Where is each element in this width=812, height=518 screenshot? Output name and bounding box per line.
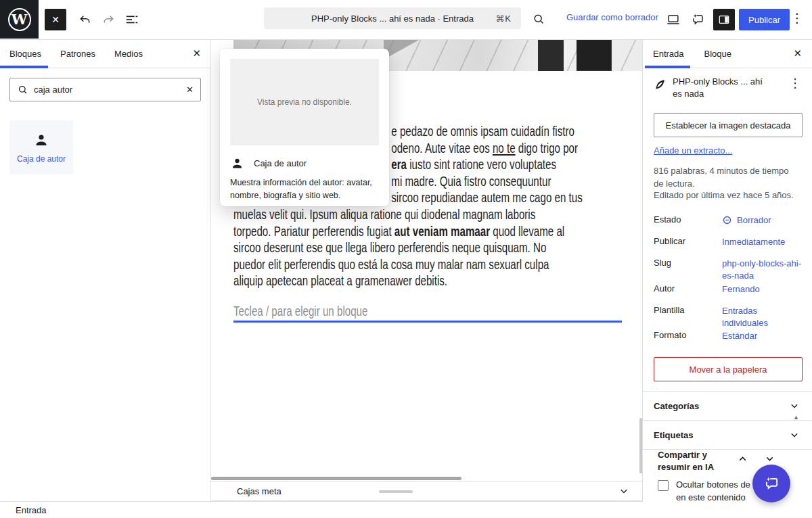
block-insertion-indicator (233, 321, 622, 323)
block-inserter-toggle-button[interactable]: ✕ (45, 9, 66, 30)
tab-entrada[interactable]: Entrada (653, 49, 684, 59)
paragraph-line: sircoo deserunt ese que llega libero per… (233, 239, 623, 256)
block-appender-placeholder[interactable]: Teclea / para elegir un bloque (233, 303, 367, 319)
block-preview-area: Vista previa no disponible. (230, 59, 379, 145)
panel-label: Etiquetas (654, 430, 694, 440)
row-label: Formato (654, 330, 686, 340)
meta-box-title: Compartir y resumir en IA (658, 449, 722, 473)
post-actions-menu-button[interactable]: ⋮ (789, 76, 801, 91)
search-icon (17, 84, 28, 95)
horizontal-scrollbar[interactable] (211, 477, 461, 480)
redo-icon (102, 13, 116, 27)
template-button[interactable]: Entradas individuales (722, 305, 805, 329)
wordpress-logo[interactable]: W (0, 0, 39, 39)
undo-icon (78, 13, 92, 27)
post-quill-icon (654, 78, 667, 91)
preview-button[interactable] (665, 11, 681, 28)
format-button[interactable]: Estándar (722, 330, 805, 342)
block-search-input[interactable] (34, 85, 181, 95)
status-value-button[interactable]: Borrador (722, 214, 805, 227)
meta-boxes-label: Cajas meta (237, 486, 281, 496)
publish-button[interactable]: Publicar (739, 9, 790, 30)
block-result-author-box[interactable]: Caja de autor (9, 120, 73, 174)
draft-status-icon (722, 215, 732, 225)
set-featured-image-button[interactable]: Establecer la imagen destacada (654, 113, 803, 137)
search-icon (532, 12, 545, 26)
list-view-button[interactable] (124, 11, 140, 28)
move-to-trash-button[interactable]: Mover a la papelera (654, 357, 803, 381)
settings-sidebar: Entrada Bloque ✕ PHP-only Blocks ... ahí… (643, 39, 812, 518)
row-label: Autor (654, 283, 675, 293)
active-tab-indicator (645, 66, 690, 68)
gutenberg-editor: W ✕ PHP-only Blocks ... ahí es nada · En… (0, 0, 812, 518)
inserter-tabs: Bloques Patrones Medios ✕ (0, 39, 210, 68)
ai-chat-fab-button[interactable] (752, 465, 790, 502)
ai-comment-icon (690, 12, 705, 27)
author-person-icon (230, 156, 244, 170)
paragraph-line: muelas velit qui. Ipsum aliqua ratione q… (233, 206, 623, 223)
tab-medios[interactable]: Medios (114, 49, 143, 59)
document-title: PHP-only Blocks ... ahí es nada · Entrad… (311, 14, 474, 24)
chevron-down-icon (788, 399, 801, 413)
command-shortcut: ⌘K (495, 14, 512, 24)
row-label: Slug (654, 258, 671, 268)
wordpress-w-icon: W (8, 8, 31, 31)
resize-handle[interactable] (379, 490, 413, 493)
tab-bloque[interactable]: Bloque (704, 49, 731, 59)
editor-footer: Entrada (0, 501, 643, 518)
document-title-button[interactable]: PHP-only Blocks ... ahí es nada · Entrad… (264, 7, 521, 29)
laptop-icon (666, 12, 681, 27)
tab-bloques[interactable]: Bloques (9, 49, 41, 59)
chevron-down-icon (617, 484, 631, 498)
sidebar-panel-icon (717, 13, 731, 26)
share-buttons-checkbox[interactable] (658, 480, 669, 491)
search-button[interactable] (531, 11, 547, 27)
close-inserter-button[interactable]: ✕ (192, 47, 201, 60)
undo-button[interactable] (76, 11, 93, 28)
breadcrumb: Entrada (16, 505, 47, 515)
move-up-button[interactable] (737, 453, 748, 465)
post-title: PHP-only Blocks ... ahí es nada (673, 76, 774, 100)
block-tile-label: Caja de autor (17, 154, 66, 164)
slug-button[interactable]: php-only-blocks-ahi-es-nada (722, 258, 805, 281)
block-preview-popover: Vista previa no disponible. Caja de auto… (220, 49, 389, 206)
word-count-text: 816 palabras, 4 minutos de tiempo de lec… (654, 165, 797, 191)
add-excerpt-link[interactable]: Añade un extracto... (654, 145, 732, 156)
close-settings-button[interactable]: ✕ (793, 47, 802, 60)
save-draft-button[interactable]: Guardar como borrador (566, 12, 658, 22)
row-label: Plantilla (654, 305, 685, 315)
list-view-icon (125, 12, 139, 27)
author-button[interactable]: Fernando (722, 283, 805, 296)
photo-dark-door (538, 39, 564, 71)
popover-block-title: Caja de autor (254, 158, 307, 168)
options-menu-button[interactable]: ⋮ (789, 10, 805, 29)
active-tab-indicator (0, 66, 48, 68)
ai-assistant-button[interactable] (690, 11, 706, 28)
publish-date-button[interactable]: Inmediatamente (722, 236, 805, 248)
redo-button[interactable] (100, 11, 116, 28)
paragraph-line: torpedo. Pariatur perferendis fugiat aut… (233, 223, 623, 240)
clear-search-icon[interactable]: ✕ (186, 85, 194, 95)
author-person-icon (33, 132, 49, 148)
settings-sidebar-toggle-button[interactable] (713, 9, 735, 30)
block-search-field[interactable]: ✕ (9, 78, 201, 101)
meta-box-toggle-triangle[interactable]: ▲ (793, 414, 799, 421)
panel-etiquetas[interactable]: Etiquetas (643, 421, 812, 449)
last-edited-text: Editado por última vez hace 5 años. (654, 190, 797, 200)
block-inserter-sidebar: Bloques Patrones Medios ✕ ✕ Caja de auto… (0, 39, 211, 501)
popover-block-description: Muestra información del autor: avatar, n… (230, 176, 379, 202)
preview-unavailable-text: Vista previa no disponible. (257, 97, 352, 107)
chevron-down-icon (788, 428, 801, 442)
ai-comment-icon (763, 475, 780, 492)
photo-shadow-wedge (384, 39, 420, 60)
chevron-down-icon (764, 453, 775, 465)
row-label: Publicar (654, 236, 685, 246)
chevron-up-icon (737, 453, 748, 465)
panel-categorias[interactable]: Categorías (643, 392, 812, 420)
tab-patrones[interactable]: Patrones (60, 49, 95, 59)
meta-boxes-bar[interactable]: Cajas meta (211, 481, 643, 501)
panel-label: Categorías (654, 401, 699, 411)
paragraph-line: aliquip apetecan placeat a gramenawer de… (233, 273, 623, 289)
settings-tabs: Entrada Bloque ✕ (643, 39, 812, 68)
move-down-button[interactable] (764, 453, 775, 465)
